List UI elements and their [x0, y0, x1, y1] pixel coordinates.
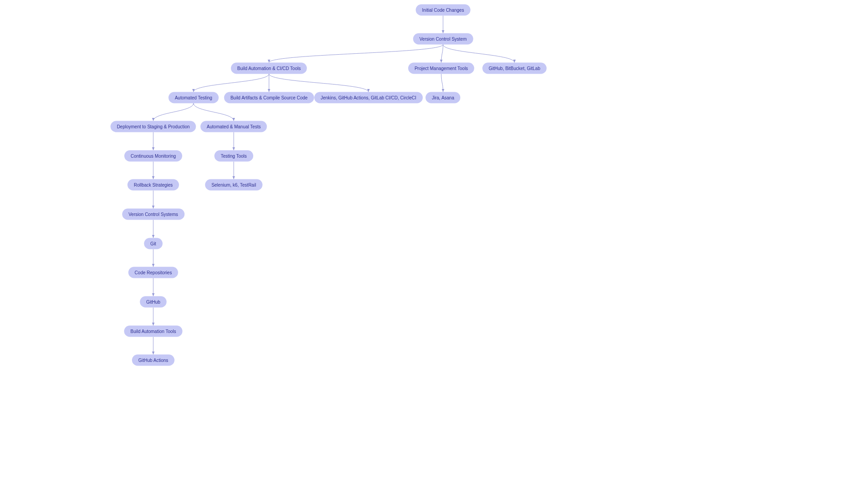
flowchart-edge	[193, 74, 269, 92]
flowchart-node: GitHub, BitBucket, GitLab	[482, 63, 547, 74]
flowchart-edge	[441, 74, 443, 92]
flowchart-node: Initial Code Changes	[416, 5, 471, 16]
flowchart-node: Build Automation & CI/CD Tools	[231, 63, 307, 74]
flowchart-node: Build Artifacts & Compile Source Code	[224, 92, 314, 103]
flowchart-node: Git	[144, 238, 163, 249]
flowchart-edge	[443, 45, 514, 63]
flowchart-node: Version Control Systems	[122, 209, 184, 220]
flowchart-node: Automated & Manual Tests	[200, 121, 267, 132]
flowchart-node: GitHub Actions	[132, 355, 175, 366]
flowchart-node: Jira, Asana	[425, 92, 460, 103]
flowchart-edge	[153, 103, 193, 121]
flowchart-edge	[193, 103, 234, 121]
flowchart-node: Project Management Tools	[408, 63, 474, 74]
flowchart-edge	[441, 45, 443, 63]
flowchart-node: Testing Tools	[214, 150, 253, 162]
flowchart-edge	[269, 45, 443, 63]
flowchart-node: Jenkins, GitHub Actions, GitLab CI/CD, C…	[314, 92, 423, 103]
flowchart-node: Version Control System	[413, 33, 473, 45]
flowchart-node: Code Repositories	[128, 267, 178, 278]
flowchart-node: GitHub	[140, 296, 166, 308]
flowchart-node: Rollback Strategies	[127, 179, 179, 191]
flowchart-node: Build Automation Tools	[124, 326, 183, 337]
flowchart-edge	[269, 74, 368, 92]
flowchart-node: Automated Testing	[169, 92, 219, 103]
flowchart-node: Selenium, k6, TestRail	[205, 179, 263, 191]
flowchart-node: Deployment to Staging & Production	[110, 121, 196, 132]
flowchart-node: Continuous Monitoring	[124, 150, 182, 162]
